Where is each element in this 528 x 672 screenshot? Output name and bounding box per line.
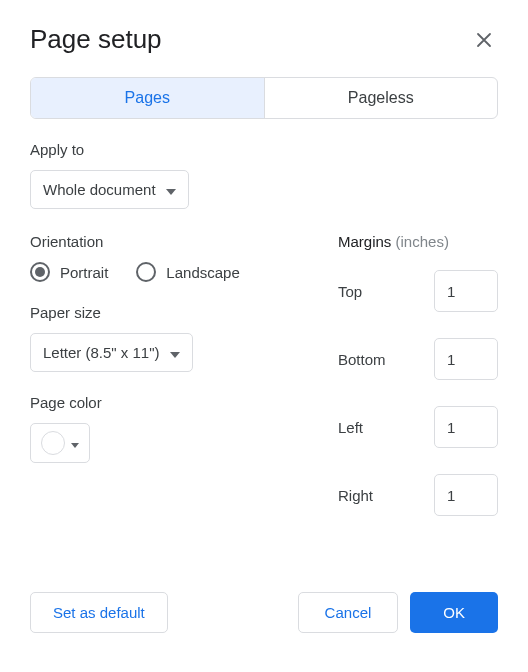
radio-landscape[interactable]: Landscape	[136, 262, 239, 282]
tab-pageless[interactable]: Pageless	[264, 78, 498, 118]
caret-down-icon	[166, 181, 176, 198]
margin-right-label: Right	[338, 487, 373, 504]
margin-left-input[interactable]	[434, 406, 498, 448]
page-color-picker[interactable]	[30, 423, 90, 463]
paper-size-value: Letter (8.5" x 11")	[43, 344, 160, 361]
radio-landscape-label: Landscape	[166, 264, 239, 281]
caret-down-icon	[170, 344, 180, 361]
margin-top-input[interactable]	[434, 270, 498, 312]
paper-size-label: Paper size	[30, 304, 298, 321]
margins-label: Margins (inches)	[338, 233, 498, 250]
dialog-title: Page setup	[30, 24, 162, 55]
apply-to-label: Apply to	[30, 141, 498, 158]
paper-size-dropdown[interactable]: Letter (8.5" x 11")	[30, 333, 193, 372]
color-swatch	[41, 431, 65, 455]
radio-icon	[136, 262, 156, 282]
apply-to-dropdown[interactable]: Whole document	[30, 170, 189, 209]
margin-right-input[interactable]	[434, 474, 498, 516]
margin-bottom-label: Bottom	[338, 351, 386, 368]
margin-bottom-input[interactable]	[434, 338, 498, 380]
radio-icon	[30, 262, 50, 282]
set-default-button[interactable]: Set as default	[30, 592, 168, 633]
margins-unit: (inches)	[396, 233, 449, 250]
page-color-label: Page color	[30, 394, 298, 411]
close-icon	[476, 32, 492, 48]
radio-portrait[interactable]: Portrait	[30, 262, 108, 282]
orientation-radio-group: Portrait Landscape	[30, 262, 298, 282]
margin-top-label: Top	[338, 283, 362, 300]
caret-down-icon	[71, 434, 79, 452]
dialog-header: Page setup	[30, 24, 498, 55]
margins-label-text: Margins	[338, 233, 391, 250]
ok-button[interactable]: OK	[410, 592, 498, 633]
orientation-label: Orientation	[30, 233, 298, 250]
margin-left-label: Left	[338, 419, 363, 436]
tab-pages[interactable]: Pages	[31, 78, 264, 118]
dialog-footer: Set as default Cancel OK	[30, 592, 498, 633]
close-button[interactable]	[470, 26, 498, 54]
tab-group: Pages Pageless	[30, 77, 498, 119]
radio-portrait-label: Portrait	[60, 264, 108, 281]
cancel-button[interactable]: Cancel	[298, 592, 399, 633]
apply-to-value: Whole document	[43, 181, 156, 198]
